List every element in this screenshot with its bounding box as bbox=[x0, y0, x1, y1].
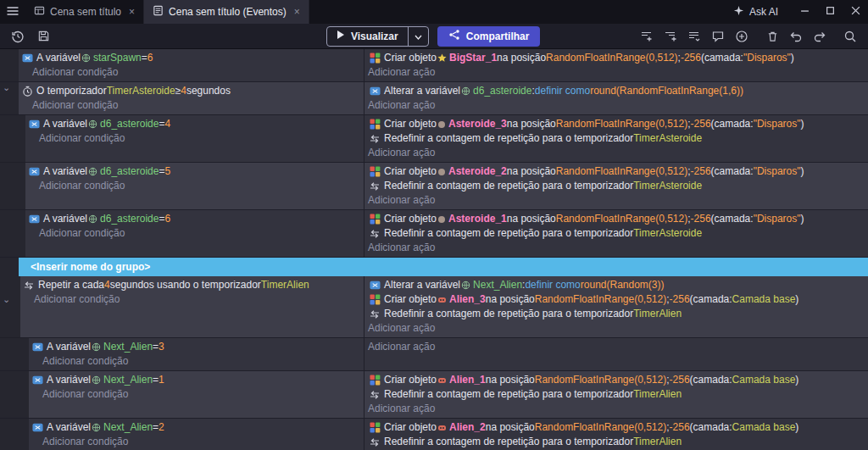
conditions-column: A variável starSpawn = 6Adicionar condiç… bbox=[19, 49, 364, 81]
add-condition-button[interactable]: Adicionar condição bbox=[42, 387, 360, 402]
save-icon[interactable] bbox=[32, 26, 54, 47]
preview-label: Visualizar bbox=[351, 31, 398, 42]
condition[interactable]: A variável d6_asteroide = 4 bbox=[27, 117, 360, 131]
add-subevent-icon[interactable] bbox=[659, 26, 682, 47]
scenevar-icon bbox=[461, 86, 470, 96]
text-segment: "Disparos" bbox=[754, 164, 801, 179]
conditions-column: A variável d6_asteroide = 4Adicionar con… bbox=[25, 115, 364, 162]
share-button[interactable]: Compartilhar bbox=[437, 26, 541, 47]
redo-icon[interactable] bbox=[809, 26, 831, 47]
add-action-button[interactable]: Adicionar ação bbox=[368, 146, 865, 160]
event-row: A variável starSpawn = 6Adicionar condiç… bbox=[0, 49, 868, 82]
text-segment: d6_asteroide bbox=[100, 212, 159, 226]
variable-icon bbox=[368, 280, 381, 291]
add-event-icon[interactable] bbox=[636, 26, 658, 47]
action[interactable]: Criar objeto Asteroide_2 na posição Rand… bbox=[368, 164, 865, 179]
text-segment: Redefinir a contagem de repetição para o… bbox=[384, 387, 633, 402]
text-segment: Alien_3 bbox=[449, 292, 486, 307]
text-segment: TimerAlien bbox=[633, 387, 682, 402]
condition[interactable]: O temporizador TimerAsteroide ≥ 4 segund… bbox=[20, 84, 360, 98]
action[interactable]: Criar objeto Asteroide_3 na posição Rand… bbox=[368, 117, 865, 131]
condition[interactable]: Repetir a cada 4 segundos usando o tempo… bbox=[22, 278, 360, 292]
action[interactable]: Criar objeto Asteroide_1 na posição Rand… bbox=[368, 212, 865, 226]
text-segment: Criar objeto bbox=[384, 212, 437, 226]
text-segment: Next_Alien bbox=[103, 373, 153, 387]
choose-event-icon[interactable] bbox=[683, 26, 705, 47]
add-condition-button[interactable]: Adicionar condição bbox=[39, 179, 360, 193]
condition[interactable]: A variável d6_asteroide = 6 bbox=[27, 212, 360, 226]
ask-ai-button[interactable]: Ask AI bbox=[733, 5, 778, 19]
trash-icon[interactable] bbox=[761, 26, 783, 47]
search-icon[interactable] bbox=[839, 26, 861, 47]
maximize-button[interactable] bbox=[817, 0, 843, 24]
text-segment: -256 bbox=[670, 373, 690, 387]
add-condition-button[interactable]: Adicionar condição bbox=[32, 65, 360, 80]
events-sheet: A variável starSpawn = 6Adicionar condiç… bbox=[0, 49, 868, 450]
text-segment: Alien_2 bbox=[449, 420, 486, 435]
close-tab-icon[interactable]: × bbox=[294, 7, 300, 17]
comment-icon[interactable] bbox=[707, 26, 729, 47]
text-segment: ) bbox=[795, 373, 798, 387]
action[interactable]: Redefinir a contagem de repetição para o… bbox=[368, 131, 865, 146]
condition[interactable]: A variável Next_Alien = 2 bbox=[31, 420, 360, 435]
add-action-button[interactable]: Adicionar ação bbox=[368, 193, 865, 208]
conditions-column: A variável d6_asteroide = 5Adicionar con… bbox=[25, 163, 364, 209]
action[interactable]: Redefinir a contagem de repetição para o… bbox=[368, 387, 865, 402]
text-segment: Criar objeto bbox=[384, 164, 437, 179]
add-action-button[interactable]: Adicionar ação bbox=[368, 340, 865, 354]
condition[interactable]: A variável d6_asteroide = 5 bbox=[27, 164, 360, 179]
tab-scene[interactable]: Cena sem título × bbox=[25, 0, 144, 24]
undo-icon[interactable] bbox=[785, 26, 807, 47]
scene-icon bbox=[34, 5, 45, 19]
text-segment: A variável bbox=[47, 340, 91, 354]
tab-label: Cena sem título (Eventos) bbox=[169, 6, 287, 18]
actions-column: Criar objeto Asteroide_2 na posição Rand… bbox=[364, 163, 868, 209]
action[interactable]: Alterar a variável Next_Alien: definir c… bbox=[368, 278, 865, 292]
fold-chevron-icon[interactable]: ⌄ bbox=[3, 83, 10, 92]
close-window-button[interactable] bbox=[843, 0, 868, 24]
add-action-button[interactable]: Adicionar ação bbox=[368, 321, 865, 336]
add-condition-button[interactable]: Adicionar condição bbox=[32, 98, 360, 113]
menu-icon[interactable] bbox=[0, 0, 25, 24]
add-condition-button[interactable]: Adicionar condição bbox=[42, 435, 360, 449]
action[interactable]: Redefinir a contagem de repetição para o… bbox=[368, 435, 865, 449]
preview-dropdown[interactable] bbox=[408, 27, 428, 46]
add-action-button[interactable]: Adicionar ação bbox=[368, 241, 865, 255]
action[interactable]: Redefinir a contagem de repetição para o… bbox=[368, 226, 865, 241]
text-segment: ) bbox=[791, 51, 794, 65]
preview-button[interactable]: Visualizar bbox=[326, 26, 429, 47]
condition[interactable]: A variável Next_Alien = 1 bbox=[31, 373, 360, 387]
event-group-header[interactable]: <Inserir nome do grupo> bbox=[19, 258, 868, 276]
action[interactable]: Alterar a variável d6_asteroide: definir… bbox=[368, 84, 865, 98]
add-action-button[interactable]: Adicionar ação bbox=[368, 65, 865, 80]
tab-scene-events[interactable]: Cena sem título (Eventos) × bbox=[144, 0, 309, 24]
text-segment: -256 bbox=[691, 164, 711, 179]
history-icon[interactable] bbox=[7, 26, 29, 47]
add-condition-button[interactable]: Adicionar condição bbox=[34, 292, 360, 307]
event-row: O temporizador TimerAsteroide ≥ 4 segund… bbox=[0, 82, 868, 115]
text-segment: 3 bbox=[159, 340, 164, 354]
add-action-button[interactable]: Adicionar ação bbox=[368, 402, 865, 416]
action[interactable]: Redefinir a contagem de repetição para o… bbox=[368, 179, 865, 193]
minimize-button[interactable] bbox=[792, 0, 817, 24]
condition[interactable]: A variável Next_Alien = 3 bbox=[31, 340, 360, 354]
action[interactable]: Criar objeto BigStar_1 na posição Random… bbox=[368, 51, 865, 65]
preview-main[interactable]: Visualizar bbox=[327, 27, 408, 46]
fold-chevron-icon[interactable]: ⌄ bbox=[3, 295, 10, 303]
text-segment: Criar objeto bbox=[384, 51, 437, 65]
text-segment: d6_asteroide bbox=[473, 84, 531, 98]
add-condition-button[interactable]: Adicionar condição bbox=[39, 131, 360, 146]
add-condition-button[interactable]: Adicionar condição bbox=[42, 354, 360, 369]
add-circle-icon[interactable] bbox=[731, 26, 753, 47]
action[interactable]: Criar objeto Alien_3 na posição RandomFl… bbox=[368, 292, 865, 307]
add-action-button[interactable]: Adicionar ação bbox=[368, 98, 865, 113]
action[interactable]: Criar objeto Alien_2 na posição RandomFl… bbox=[368, 420, 865, 435]
obj-asteroid-icon bbox=[437, 168, 446, 176]
condition[interactable]: A variável starSpawn = 6 bbox=[20, 51, 360, 65]
action[interactable]: Redefinir a contagem de repetição para o… bbox=[368, 307, 865, 321]
close-tab-icon[interactable]: × bbox=[129, 7, 135, 17]
text-segment: -256 bbox=[691, 117, 711, 131]
add-condition-button[interactable]: Adicionar condição bbox=[39, 226, 360, 241]
text-segment: starSpawn bbox=[93, 51, 142, 65]
action[interactable]: Criar objeto Alien_1 na posição RandomFl… bbox=[368, 373, 865, 387]
